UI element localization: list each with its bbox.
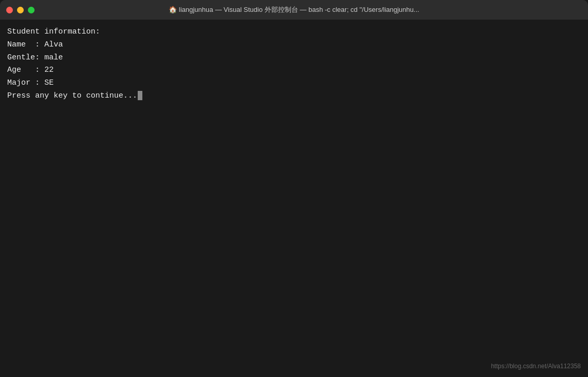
terminal-line-4: Age : 22 xyxy=(7,64,581,77)
close-button[interactable] xyxy=(6,7,13,13)
terminal-body[interactable]: Student information: Name : Alva Gentle:… xyxy=(0,20,588,377)
maximize-button[interactable] xyxy=(28,7,35,13)
watermark: https://blog.csdn.net/Alva112358 xyxy=(491,362,581,371)
window-title: 🏠 liangjunhua — Visual Studio 外部控制台 — ba… xyxy=(169,5,419,14)
titlebar: 🏠 liangjunhua — Visual Studio 外部控制台 — ba… xyxy=(0,0,588,20)
terminal-line-5: Major : SE xyxy=(7,77,581,90)
terminal-line-1: Student information: xyxy=(7,26,581,39)
terminal-line-7: Press any key to continue... xyxy=(7,90,581,103)
terminal-line-3: Gentle: male xyxy=(7,52,581,65)
terminal-window: 🏠 liangjunhua — Visual Studio 外部控制台 — ba… xyxy=(0,0,588,377)
cursor xyxy=(138,91,142,100)
lock-icon: 🏠 xyxy=(169,6,179,13)
minimize-button[interactable] xyxy=(17,7,24,13)
traffic-lights xyxy=(6,7,35,13)
terminal-line-2: Name : Alva xyxy=(7,39,581,52)
